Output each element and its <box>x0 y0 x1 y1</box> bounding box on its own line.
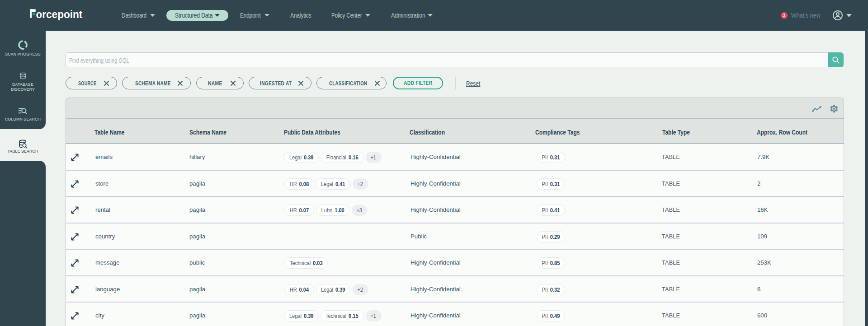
svg-text:orcepoint: orcepoint <box>36 8 82 20</box>
